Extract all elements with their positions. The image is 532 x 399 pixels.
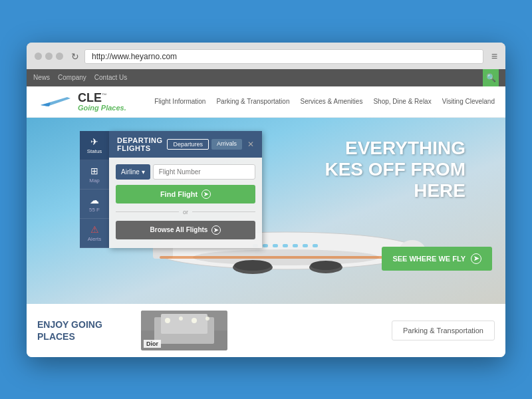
svg-point-6: [234, 260, 271, 271]
status-label: Status: [87, 148, 102, 154]
dior-label: Dior: [144, 340, 161, 348]
hero-section: EVERYTHING KES OFF FROM HERE ✈ Status ⊞ …: [27, 118, 505, 304]
panel-body: Airline ▾ Find Flight ➤ or: [109, 158, 262, 246]
tagline: Going Places.: [78, 104, 126, 112]
svg-rect-14: [303, 244, 308, 247]
svg-point-8: [311, 261, 341, 270]
hero-text: EVERYTHING KES OFF FROM HERE: [325, 138, 466, 201]
circle-arrow-icon: ➤: [201, 190, 211, 199]
svg-rect-13: [293, 244, 298, 247]
alert-icon: ⚠: [90, 224, 99, 235]
sidebar-weather[interactable]: ☁ 55 F: [80, 190, 109, 219]
browser-window: ↻ http://www.heyarno.com ≡ News Company …: [27, 43, 505, 357]
side-icons: ✈ Status ⊞ Map ☁ 55 F ⚠ Alerts: [80, 131, 109, 248]
menu-icon[interactable]: ≡: [491, 51, 497, 63]
top-search-button[interactable]: 🔍: [483, 69, 499, 86]
or-divider: or: [116, 209, 255, 215]
main-nav: CLE™ Going Places. Flight Information Pa…: [27, 86, 505, 118]
svg-rect-20: [161, 314, 207, 334]
parking-label: Parking & Transportation: [403, 327, 483, 334]
svg-rect-11: [273, 244, 278, 247]
main-nav-links: Flight Information Parking & Transportat…: [154, 98, 495, 105]
nav-news[interactable]: News: [33, 74, 50, 81]
alerts-label: Alerts: [88, 236, 101, 242]
see-fly-label: SEE WHERE WE FLY: [392, 255, 466, 263]
svg-point-21: [165, 318, 170, 323]
browser-dots: [35, 53, 63, 60]
hero-line3: HERE: [325, 180, 466, 201]
svg-point-22: [179, 317, 183, 321]
browse-flights-label: Browse All Flights: [150, 226, 208, 233]
nav-contact[interactable]: Contact Us: [94, 74, 127, 81]
logo-plane-svg: [37, 93, 74, 110]
panel-title: DEPARTING FLIGHTS: [117, 136, 167, 152]
sidebar-alerts[interactable]: ⚠ Alerts: [80, 219, 109, 248]
panel-tabs: Departures Arrivals: [167, 139, 242, 150]
nav-services[interactable]: Services & Amenities: [300, 98, 362, 105]
find-flight-button[interactable]: Find Flight ➤: [116, 185, 255, 203]
chevron-down-icon: ▾: [142, 168, 145, 176]
svg-rect-15: [313, 244, 318, 247]
tab-arrivals[interactable]: Arrivals: [211, 139, 242, 150]
search-row: Airline ▾: [116, 164, 255, 180]
browse-all-flights-button[interactable]: Browse All Flights ➤: [116, 221, 255, 239]
dot-red: [35, 53, 42, 60]
flight-search-panel: DEPARTING FLIGHTS Departures Arrivals ✕ …: [109, 131, 262, 248]
enjoy-text: ENJOY GOING PLACES: [37, 319, 130, 342]
nav-parking[interactable]: Parking & Transportation: [216, 98, 289, 105]
temp-label: 55 F: [89, 207, 100, 213]
svg-rect-10: [263, 244, 268, 247]
map-icon: ⊞: [90, 166, 98, 176]
airline-label: Airline: [121, 168, 140, 176]
enjoy-title: ENJOY GOING PLACES: [37, 319, 102, 342]
divider-line-left: [116, 211, 179, 212]
sidebar-map[interactable]: ⊞ Map: [80, 160, 109, 190]
logo-text: CLE™ Going Places.: [78, 92, 126, 112]
parking-card[interactable]: Parking & Transportation: [392, 321, 495, 340]
address-bar[interactable]: http://www.heyarno.com: [84, 49, 483, 64]
weather-icon: ☁: [90, 195, 99, 205]
nav-flight-info[interactable]: Flight Information: [154, 98, 205, 105]
close-panel-button[interactable]: ✕: [247, 140, 254, 149]
sidebar-widget: ✈ Status ⊞ Map ☁ 55 F ⚠ Alerts: [80, 131, 262, 248]
or-text: or: [183, 209, 188, 215]
browser-chrome: ↻ http://www.heyarno.com ≡: [27, 43, 505, 69]
top-nav-links: News Company Contact Us: [33, 74, 127, 81]
svg-rect-12: [283, 244, 288, 247]
svg-rect-16: [160, 256, 412, 259]
svg-point-23: [192, 318, 197, 323]
map-label: Map: [89, 178, 100, 184]
airline-dropdown[interactable]: Airline ▾: [116, 164, 150, 180]
dot-green: [56, 53, 63, 60]
dior-card-image[interactable]: Dior: [141, 311, 227, 350]
hero-line2: KES OFF FROM: [325, 159, 466, 180]
tab-departures[interactable]: Departures: [167, 139, 209, 150]
see-fly-icon: ➤: [471, 253, 481, 264]
nav-company[interactable]: Company: [58, 74, 86, 81]
dot-yellow: [45, 53, 53, 60]
cle-logo-text: CLE™: [78, 92, 126, 104]
see-where-we-fly-button[interactable]: SEE WHERE WE FLY ➤: [382, 247, 492, 271]
flight-number-input[interactable]: [153, 164, 255, 180]
browse-circle-icon: ➤: [211, 225, 221, 235]
logo: CLE™ Going Places.: [37, 92, 126, 112]
nav-visiting[interactable]: Visiting Cleveland: [442, 98, 495, 105]
sidebar-status[interactable]: ✈ Status: [80, 131, 109, 160]
bottom-cards: ENJOY GOING PLACES Dior Parking & Transp…: [27, 304, 505, 357]
divider-line-right: [192, 211, 255, 212]
find-flight-label: Find Flight: [160, 190, 198, 198]
refresh-icon[interactable]: ↻: [71, 51, 79, 62]
nav-shop[interactable]: Shop, Dine & Relax: [373, 98, 431, 105]
hero-line1: EVERYTHING: [325, 138, 466, 159]
top-nav: News Company Contact Us 🔍: [27, 69, 505, 86]
panel-header: DEPARTING FLIGHTS Departures Arrivals ✕: [109, 131, 262, 158]
plane-icon: ✈: [90, 136, 98, 147]
svg-point-24: [205, 317, 209, 321]
